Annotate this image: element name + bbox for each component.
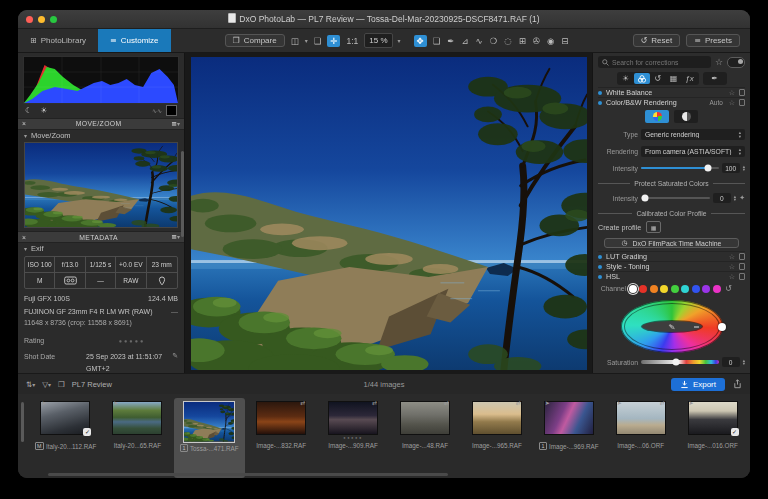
section-style-toning[interactable]: Style - Toning ☆ (598, 261, 745, 271)
filmpack-time-machine-button[interactable]: ◷ DxO FilmPack Time Machine (604, 238, 740, 248)
filmstrip-item[interactable]: ➤✓ MItaly-20...112.RAF (30, 398, 101, 478)
filmstrip-horizontal-scrollbar[interactable] (48, 473, 448, 476)
crop-tool-icon[interactable]: ❏ (432, 36, 442, 46)
type-dropdown[interactable]: Generic rendering▴▾ (641, 129, 745, 140)
exif-mode[interactable]: M (25, 273, 55, 288)
saturation-stepper[interactable]: ▴▾ (743, 359, 745, 366)
local-adjustment-icon[interactable]: ❍ (489, 36, 499, 46)
hue-wheel[interactable]: ✒ (621, 300, 723, 353)
correction-active-dot[interactable] (598, 275, 602, 279)
edit-date-icon[interactable]: ✎ (172, 352, 178, 360)
favorites-filter-icon[interactable]: ☆ (715, 57, 723, 67)
view-layout-icon[interactable]: ◫ (290, 36, 300, 46)
correction-active-dot[interactable] (598, 91, 602, 95)
shadow-clipping-icon[interactable]: ☾ (25, 106, 32, 115)
zoom-level-field[interactable]: 15 % (364, 33, 392, 48)
section-lut-grading[interactable]: LUT Grading ☆ (598, 251, 745, 261)
attachment-tool-icon[interactable]: ✇ (532, 36, 541, 46)
hue-handle[interactable] (718, 323, 726, 331)
favorite-star-icon[interactable]: ☆ (729, 99, 735, 107)
intensity-slider[interactable] (641, 167, 719, 169)
reset-correction-icon[interactable] (739, 89, 745, 96)
image-viewer[interactable] (185, 53, 592, 373)
section-white-balance[interactable]: White Balance ☆ (598, 87, 745, 97)
filmstrip-item[interactable]: ➤⇄ Image-...06.ORF (605, 398, 676, 478)
channel-dot-white[interactable] (629, 285, 637, 293)
hand-tool-icon[interactable]: ✥ (414, 35, 427, 47)
tab-effects-icon[interactable]: ƒx (682, 73, 698, 84)
zoom-1-1-button[interactable]: 1:1 (345, 36, 359, 46)
favorite-star-icon[interactable]: ☆ (729, 89, 735, 97)
channel-reset-icon[interactable]: ↺ (725, 284, 732, 293)
channel-dot-cyan[interactable] (681, 285, 689, 293)
movezoom-collapse-row[interactable]: ▾ Move/Zoom (18, 130, 184, 141)
saturation-slider[interactable] (641, 360, 719, 364)
auto-label[interactable]: Auto (710, 99, 723, 106)
color-mode-button[interactable] (645, 110, 669, 123)
filmstrip-item[interactable]: ➤ 1Image-...969.RAF (533, 398, 604, 478)
export-button[interactable]: Export (671, 378, 725, 391)
correction-active-dot[interactable] (598, 265, 602, 269)
horizon-tool-icon[interactable]: ⊿ (460, 36, 469, 46)
grid-overlay-icon[interactable]: ⊞ (518, 36, 527, 46)
tab-detail-icon[interactable]: ▦ (666, 73, 682, 84)
curve-tool-icon[interactable]: ∿ (475, 36, 484, 46)
exif-raw[interactable]: RAW (116, 273, 146, 288)
corrections-toggle-switch[interactable] (727, 57, 745, 68)
favorite-star-icon[interactable]: ☆ (729, 253, 735, 261)
local-adjustments-brush-icon[interactable]: ✒ (704, 73, 726, 84)
white-balance-picker-icon[interactable]: ✒ (446, 36, 455, 46)
fit-view-icon[interactable]: ❏ (313, 36, 323, 46)
reset-correction-icon[interactable] (739, 273, 745, 280)
corrections-search[interactable] (598, 56, 711, 68)
filmstrip-vertical-scrollbar[interactable] (21, 402, 24, 442)
palette-menu-icon[interactable]: ≡▾ (171, 120, 180, 128)
correction-active-dot[interactable] (598, 255, 602, 259)
channel-dot-green[interactable] (671, 285, 679, 293)
red-eye-tool-icon[interactable]: ◉ (546, 36, 555, 46)
channel-dot-blue[interactable] (692, 285, 700, 293)
reset-correction-icon[interactable] (739, 253, 745, 260)
protect-intensity-slider[interactable] (641, 197, 710, 199)
saturation-value[interactable]: 0 (722, 357, 740, 367)
reset-correction-icon[interactable] (739, 99, 745, 106)
filmstrip-item[interactable]: ➤✓ Image-...016.ORF (677, 398, 748, 478)
channel-dot-orange[interactable] (650, 285, 658, 293)
highlight-clipping-icon[interactable]: ☀ (40, 106, 47, 115)
zoom-dropdown-icon[interactable]: ▾ (398, 37, 401, 44)
palette-menu-icon[interactable]: ≡▾ (171, 233, 180, 241)
auto-adjust-icon[interactable]: ✦ (739, 194, 745, 202)
navigator-thumbnail[interactable] (24, 142, 178, 228)
favorite-star-icon[interactable]: ☆ (729, 263, 735, 271)
channel-dot-magenta[interactable] (713, 285, 721, 293)
favorite-star-icon[interactable]: ☆ (729, 273, 735, 281)
intensity-stepper[interactable]: ▴▾ (743, 165, 745, 172)
intensity-value[interactable]: 100 (722, 163, 740, 173)
location-pin-icon[interactable] (147, 273, 177, 288)
frame-tool-icon[interactable]: ⊟ (560, 36, 569, 46)
channel-dot-yellow[interactable] (660, 285, 668, 293)
sort-icon[interactable]: ⇅▾ (26, 380, 35, 389)
filmstrip-item[interactable]: ⇄ Image-...965.RAF (461, 398, 532, 478)
camera-settings-icon[interactable] (55, 273, 85, 288)
search-input[interactable] (612, 59, 707, 66)
create-profile-button[interactable]: ▦ (646, 221, 661, 233)
collection-name[interactable]: PL7 Review (72, 380, 112, 389)
protect-intensity-stepper[interactable]: ▴▾ (734, 195, 736, 202)
protect-intensity-value[interactable]: 0 (713, 193, 731, 203)
tab-geometry-icon[interactable]: ↺ (650, 73, 666, 84)
correction-active-dot[interactable] (598, 101, 602, 105)
rating-stars[interactable]: ●●●●● (119, 338, 146, 344)
channel-dot-purple[interactable] (702, 285, 710, 293)
left-panel-scrollbar[interactable] (181, 151, 184, 237)
rendering-dropdown[interactable]: From camera (ASTIA/SOFT)▴▾ (641, 146, 745, 157)
section-hsl[interactable]: HSL ☆ (598, 271, 745, 281)
bw-mode-button[interactable] (674, 110, 698, 123)
channel-dot-red[interactable] (639, 285, 647, 293)
tab-color-icon[interactable] (634, 73, 650, 84)
filmstrip-item[interactable]: ➤ Italy-20...65.RAF (102, 398, 173, 478)
tab-photolibrary[interactable]: ⊞ PhotoLibrary (18, 29, 98, 52)
share-icon[interactable] (733, 379, 742, 389)
exif-collapse-row[interactable]: ▾ Exif (18, 243, 184, 254)
section-color-bw-rendering[interactable]: Color/B&W Rendering Auto ☆ (598, 97, 745, 107)
